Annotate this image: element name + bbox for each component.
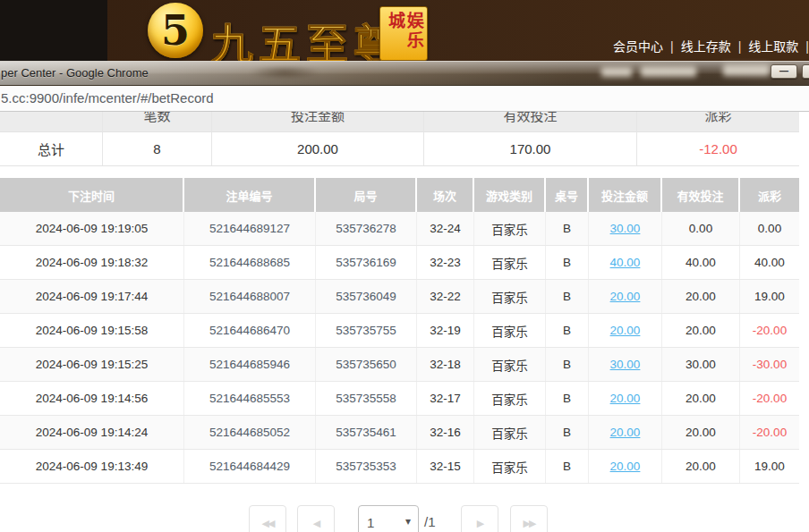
summary-header-payout: 派彩 [637,112,799,132]
col-header-bet-time: 下注时间 [0,178,184,212]
site-header: 5 九五至尊 娱乐城 会员中心|线上存款|线上取款|一 [0,0,809,61]
top-nav: 会员中心|线上存款|线上取款|一 [613,37,809,55]
table-row: 2024-06-09 19:15:25521644685946535735650… [0,348,799,382]
table-no-cell: B [546,450,589,483]
nav-online-withdraw[interactable]: 线上取款 [748,39,798,54]
table-no-cell: B [546,382,589,415]
payout-cell: 19.00 [740,280,799,313]
valid-bet-cell: 20.00 [662,416,740,449]
bet-table-header-row: 下注时间 注单编号 局号 场次 游戏类别 桌号 投注金额 有效投注 派彩 [0,178,799,212]
valid-bet-cell: 20.00 [662,280,740,313]
censored-text-blur [601,67,632,77]
col-header-session: 场次 [417,178,474,212]
bet-amount-cell: 30.00 [589,348,662,381]
payout-cell: -20.00 [740,416,799,449]
bet-time-cell: 2024-06-09 19:15:25 [0,348,184,381]
glass-ornament [249,65,320,80]
round-no-cell: 535736278 [316,212,417,245]
bet-time-cell: 2024-06-09 19:14:24 [0,416,184,449]
payout-cell: 40.00 [740,246,799,279]
summary-header-valid-bet: 有效投注 [424,112,637,132]
game-type-cell: 百家乐 [474,450,546,483]
summary-bet-amount-value: 200.00 [212,132,424,166]
round-no-cell: 535735461 [316,416,417,449]
bet-amount-link[interactable]: 20.00 [610,290,641,303]
session-cell: 32-23 [417,246,474,279]
session-cell: 32-22 [417,280,474,313]
col-header-payout: 派彩 [740,178,799,212]
order-no-cell: 521644688007 [184,280,316,313]
url-text: 5.cc:9900/infe/mcenter/#/betRecord [1,86,214,111]
bet-time-cell: 2024-06-09 19:19:05 [0,212,184,245]
order-no-cell: 521644685946 [184,348,316,381]
bet-amount-link[interactable]: 20.00 [610,392,641,405]
payout-cell: 0.00 [740,212,799,245]
table-row: 2024-06-09 19:14:56521644685553535735558… [0,382,799,416]
address-bar[interactable]: 5.cc:9900/infe/mcenter/#/betRecord [0,86,809,112]
bet-time-cell: 2024-06-09 19:13:49 [0,450,184,483]
bet-amount-cell: 30.00 [589,212,662,245]
summary-table: 笔数 投注金额 有效投注 派彩 总计 8 200.00 170.00 -12.0… [0,112,799,166]
col-header-round-no: 局号 [316,178,417,212]
window-titlebar[interactable]: per Center - Google Chrome — [0,61,809,86]
order-no-cell: 521644686470 [184,314,316,347]
bet-record-table: 下注时间 注单编号 局号 场次 游戏类别 桌号 投注金额 有效投注 派彩 202… [0,178,799,484]
order-no-cell: 521644685052 [184,416,316,449]
nav-separator: | [798,39,809,54]
bet-amount-cell: 20.00 [589,416,662,449]
page-select[interactable]: 1 ▾ [358,505,419,532]
page-total-label: /1 [424,514,436,529]
bet-amount-link[interactable]: 40.00 [610,256,641,269]
chevron-down-icon: ▾ [405,515,411,528]
prev-page-button[interactable]: ◀ [297,505,335,532]
table-row: 2024-06-09 19:18:32521644688685535736169… [0,246,799,280]
table-no-cell: B [546,280,589,313]
summary-header-bet-amount: 投注金额 [212,112,424,132]
valid-bet-cell: 20.00 [662,450,740,483]
game-type-cell: 百家乐 [474,348,546,381]
summary-payout-value: -12.00 [637,132,799,166]
censored-text-blur [723,64,770,76]
col-header-order-no: 注单编号 [184,178,316,212]
round-no-cell: 535735650 [316,348,417,381]
maximize-button-partial[interactable] [802,64,809,79]
order-no-cell: 521644684429 [184,450,316,483]
first-page-button[interactable]: ◀◀ [249,505,286,532]
minimize-button[interactable]: — [771,64,797,79]
order-no-cell: 521644685553 [184,382,316,415]
col-header-bet-amount: 投注金额 [589,178,662,212]
next-page-button[interactable]: ▶ [461,505,498,532]
table-row: 2024-06-09 19:17:44521644688007535736049… [0,280,799,314]
payout-cell: -20.00 [740,382,799,415]
session-cell: 32-18 [417,348,474,381]
bet-time-cell: 2024-06-09 19:15:58 [0,314,184,347]
bet-amount-cell: 20.00 [589,280,662,313]
payout-cell: 19.00 [740,450,799,483]
game-type-cell: 百家乐 [474,416,546,449]
bet-amount-cell: 20.00 [589,314,662,347]
nav-online-deposit[interactable]: 线上存款 [681,39,731,54]
bet-amount-link[interactable]: 30.00 [610,222,641,235]
session-cell: 32-16 [417,416,474,449]
round-no-cell: 535735755 [316,314,417,347]
last-page-button[interactable]: ▶▶ [510,505,548,532]
summary-total-label: 总计 [0,132,103,166]
summary-header-count: 笔数 [103,112,212,132]
game-type-cell: 百家乐 [474,246,546,279]
round-no-cell: 535736169 [316,246,417,279]
logo-95-icon: 5 [148,3,203,58]
bet-time-cell: 2024-06-09 19:14:56 [0,382,184,415]
bet-amount-link[interactable]: 20.00 [610,426,641,439]
col-header-valid-bet: 有效投注 [662,178,740,212]
bet-amount-link[interactable]: 20.00 [610,324,641,337]
pagination: ◀◀ ◀ 1 ▾ /1 ▶ ▶▶ [249,505,571,532]
bet-table-body: 2024-06-09 19:19:05521644689127535736278… [0,212,799,484]
table-row: 2024-06-09 19:15:58521644686470535735755… [0,314,799,348]
page-select-value: 1 [367,515,374,530]
window-title: per Center - Google Chrome [1,66,149,80]
bet-amount-link[interactable]: 30.00 [610,358,641,371]
bet-amount-link[interactable]: 20.00 [610,460,641,473]
nav-member-center[interactable]: 会员中心 [613,39,663,54]
game-type-cell: 百家乐 [474,280,546,313]
bet-amount-cell: 40.00 [589,246,662,279]
